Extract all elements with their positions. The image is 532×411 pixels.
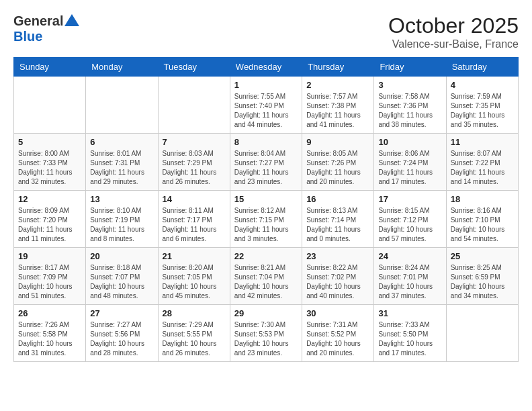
calendar-cell: 23Sunrise: 8:22 AM Sunset: 7:02 PM Dayli… (302, 248, 374, 305)
day-number: 9 (306, 137, 369, 147)
day-info: Sunrise: 8:25 AM Sunset: 6:59 PM Dayligh… (451, 263, 514, 301)
day-info: Sunrise: 8:00 AM Sunset: 7:33 PM Dayligh… (18, 149, 81, 187)
svg-marker-0 (64, 14, 79, 26)
day-header-tuesday: Tuesday (158, 58, 230, 77)
day-number: 13 (90, 194, 153, 204)
logo: General Blue (13, 13, 79, 44)
calendar-week-row: 19Sunrise: 8:17 AM Sunset: 7:09 PM Dayli… (14, 248, 519, 305)
day-number: 11 (451, 137, 514, 147)
calendar-cell: 12Sunrise: 8:09 AM Sunset: 7:20 PM Dayli… (14, 191, 86, 248)
calendar-cell: 7Sunrise: 8:03 AM Sunset: 7:29 PM Daylig… (158, 134, 230, 191)
calendar-cell: 14Sunrise: 8:11 AM Sunset: 7:17 PM Dayli… (158, 191, 230, 248)
day-number: 31 (378, 308, 441, 318)
calendar-cell: 24Sunrise: 8:24 AM Sunset: 7:01 PM Dayli… (374, 248, 446, 305)
day-info: Sunrise: 7:30 AM Sunset: 5:53 PM Dayligh… (234, 320, 298, 358)
calendar-cell: 30Sunrise: 7:31 AM Sunset: 5:52 PM Dayli… (302, 305, 374, 362)
day-header-monday: Monday (86, 58, 158, 77)
calendar-cell: 15Sunrise: 8:12 AM Sunset: 7:15 PM Dayli… (230, 191, 302, 248)
calendar-cell: 1Sunrise: 7:55 AM Sunset: 7:40 PM Daylig… (230, 77, 302, 134)
calendar-cell: 19Sunrise: 8:17 AM Sunset: 7:09 PM Dayli… (14, 248, 86, 305)
calendar-cell: 26Sunrise: 7:26 AM Sunset: 5:58 PM Dayli… (14, 305, 86, 362)
calendar-cell: 5Sunrise: 8:00 AM Sunset: 7:33 PM Daylig… (14, 134, 86, 191)
calendar-cell: 20Sunrise: 8:18 AM Sunset: 7:07 PM Dayli… (86, 248, 158, 305)
page-header: General Blue October 2025 Valence-sur-Ba… (13, 13, 519, 50)
calendar-cell: 22Sunrise: 8:21 AM Sunset: 7:04 PM Dayli… (230, 248, 302, 305)
day-header-sunday: Sunday (14, 58, 86, 77)
calendar-week-row: 5Sunrise: 8:00 AM Sunset: 7:33 PM Daylig… (14, 134, 519, 191)
day-number: 27 (90, 308, 153, 318)
calendar-cell (14, 77, 86, 134)
day-header-saturday: Saturday (446, 58, 518, 77)
day-info: Sunrise: 8:16 AM Sunset: 7:10 PM Dayligh… (451, 206, 514, 244)
day-info: Sunrise: 8:21 AM Sunset: 7:04 PM Dayligh… (234, 263, 298, 301)
calendar-cell: 28Sunrise: 7:29 AM Sunset: 5:55 PM Dayli… (158, 305, 230, 362)
calendar-cell: 11Sunrise: 8:07 AM Sunset: 7:22 PM Dayli… (446, 134, 518, 191)
day-number: 22 (234, 251, 298, 261)
day-number: 29 (234, 308, 298, 318)
day-number: 26 (18, 308, 81, 318)
day-header-thursday: Thursday (302, 58, 374, 77)
day-number: 20 (90, 251, 153, 261)
day-info: Sunrise: 8:17 AM Sunset: 7:09 PM Dayligh… (18, 263, 81, 301)
day-info: Sunrise: 8:06 AM Sunset: 7:24 PM Dayligh… (378, 149, 441, 187)
day-number: 6 (90, 137, 153, 147)
day-number: 7 (163, 137, 226, 147)
day-info: Sunrise: 8:05 AM Sunset: 7:26 PM Dayligh… (306, 149, 369, 187)
day-number: 21 (163, 251, 226, 261)
day-info: Sunrise: 8:20 AM Sunset: 7:05 PM Dayligh… (163, 263, 226, 301)
day-info: Sunrise: 8:18 AM Sunset: 7:07 PM Dayligh… (90, 263, 153, 301)
day-number: 24 (378, 251, 441, 261)
day-number: 5 (18, 137, 81, 147)
calendar-cell: 18Sunrise: 8:16 AM Sunset: 7:10 PM Dayli… (446, 191, 518, 248)
calendar-table: SundayMondayTuesdayWednesdayThursdayFrid… (13, 57, 519, 362)
day-number: 25 (451, 251, 514, 261)
calendar-cell: 10Sunrise: 8:06 AM Sunset: 7:24 PM Dayli… (374, 134, 446, 191)
calendar-cell: 29Sunrise: 7:30 AM Sunset: 5:53 PM Dayli… (230, 305, 302, 362)
logo-blue: Blue (13, 29, 42, 44)
title-section: October 2025 Valence-sur-Baise, France (388, 13, 519, 50)
day-info: Sunrise: 8:03 AM Sunset: 7:29 PM Dayligh… (163, 149, 226, 187)
calendar-cell: 31Sunrise: 7:33 AM Sunset: 5:50 PM Dayli… (374, 305, 446, 362)
day-number: 30 (306, 308, 369, 318)
calendar-cell: 8Sunrise: 8:04 AM Sunset: 7:27 PM Daylig… (230, 134, 302, 191)
day-header-wednesday: Wednesday (230, 58, 302, 77)
day-number: 3 (378, 80, 441, 90)
logo-icon (64, 14, 79, 26)
calendar-cell: 21Sunrise: 8:20 AM Sunset: 7:05 PM Dayli… (158, 248, 230, 305)
day-number: 10 (378, 137, 441, 147)
day-info: Sunrise: 8:11 AM Sunset: 7:17 PM Dayligh… (163, 206, 226, 244)
day-number: 23 (306, 251, 369, 261)
day-info: Sunrise: 7:31 AM Sunset: 5:52 PM Dayligh… (306, 320, 369, 358)
calendar-cell (158, 77, 230, 134)
day-info: Sunrise: 8:22 AM Sunset: 7:02 PM Dayligh… (306, 263, 369, 301)
day-info: Sunrise: 7:26 AM Sunset: 5:58 PM Dayligh… (18, 320, 81, 358)
day-info: Sunrise: 8:04 AM Sunset: 7:27 PM Dayligh… (234, 149, 298, 187)
calendar-cell: 6Sunrise: 8:01 AM Sunset: 7:31 PM Daylig… (86, 134, 158, 191)
calendar-cell: 9Sunrise: 8:05 AM Sunset: 7:26 PM Daylig… (302, 134, 374, 191)
calendar-cell (86, 77, 158, 134)
calendar-week-row: 26Sunrise: 7:26 AM Sunset: 5:58 PM Dayli… (14, 305, 519, 362)
day-info: Sunrise: 8:12 AM Sunset: 7:15 PM Dayligh… (234, 206, 298, 244)
day-number: 18 (451, 194, 514, 204)
day-number: 15 (234, 194, 298, 204)
calendar-week-row: 12Sunrise: 8:09 AM Sunset: 7:20 PM Dayli… (14, 191, 519, 248)
day-info: Sunrise: 7:55 AM Sunset: 7:40 PM Dayligh… (234, 92, 298, 130)
day-info: Sunrise: 8:09 AM Sunset: 7:20 PM Dayligh… (18, 206, 81, 244)
day-info: Sunrise: 8:07 AM Sunset: 7:22 PM Dayligh… (451, 149, 514, 187)
calendar-header-row: SundayMondayTuesdayWednesdayThursdayFrid… (14, 58, 519, 77)
day-info: Sunrise: 8:10 AM Sunset: 7:19 PM Dayligh… (90, 206, 153, 244)
day-info: Sunrise: 7:57 AM Sunset: 7:38 PM Dayligh… (306, 92, 369, 130)
day-number: 17 (378, 194, 441, 204)
day-info: Sunrise: 7:58 AM Sunset: 7:36 PM Dayligh… (378, 92, 441, 130)
day-number: 2 (306, 80, 369, 90)
day-number: 8 (234, 137, 298, 147)
day-number: 4 (451, 80, 514, 90)
day-info: Sunrise: 7:59 AM Sunset: 7:35 PM Dayligh… (451, 92, 514, 130)
day-number: 28 (163, 308, 226, 318)
calendar-week-row: 1Sunrise: 7:55 AM Sunset: 7:40 PM Daylig… (14, 77, 519, 134)
day-header-friday: Friday (374, 58, 446, 77)
day-number: 14 (163, 194, 226, 204)
location: Valence-sur-Baise, France (388, 38, 519, 50)
day-number: 12 (18, 194, 81, 204)
calendar-cell: 13Sunrise: 8:10 AM Sunset: 7:19 PM Dayli… (86, 191, 158, 248)
